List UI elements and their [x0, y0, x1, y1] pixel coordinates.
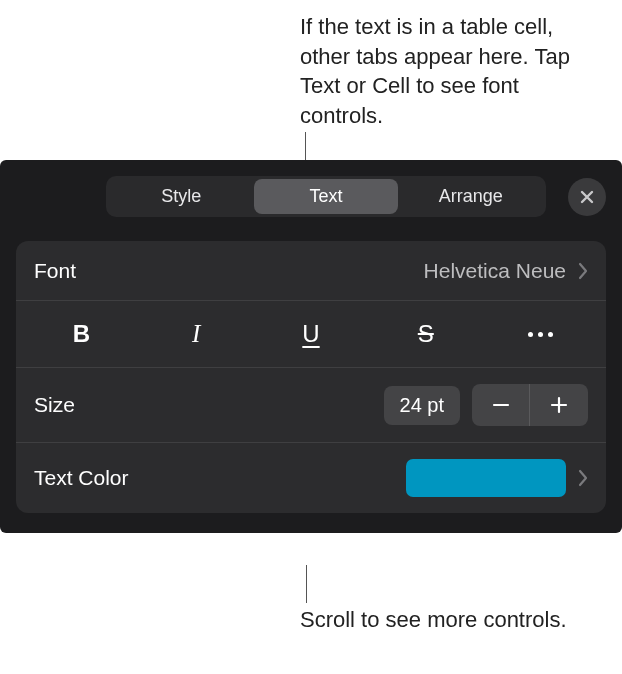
tab-arrange[interactable]: Arrange	[398, 179, 543, 214]
text-style-row: B I U S	[16, 301, 606, 368]
format-panel: Style Text Arrange Font Helvetica Neue B…	[0, 160, 622, 533]
underline-button[interactable]: U	[254, 311, 369, 357]
tab-text[interactable]: Text	[254, 179, 399, 214]
size-value[interactable]: 24 pt	[384, 386, 460, 425]
close-button[interactable]	[568, 178, 606, 216]
plus-icon	[549, 395, 569, 415]
controls-list: Font Helvetica Neue B I U S Size 24 pt	[16, 241, 606, 513]
bold-button[interactable]: B	[24, 311, 139, 357]
italic-button[interactable]: I	[139, 311, 254, 357]
tab-style[interactable]: Style	[109, 179, 254, 214]
size-label: Size	[34, 393, 75, 417]
callout-top: If the text is in a table cell, other ta…	[300, 12, 600, 131]
size-row: Size 24 pt	[16, 368, 606, 443]
callout-line	[306, 565, 307, 603]
strikethrough-button[interactable]: S	[368, 311, 483, 357]
size-increase-button[interactable]	[530, 384, 588, 426]
chevron-right-icon	[578, 469, 588, 487]
tabbar-row: Style Text Arrange	[0, 176, 622, 217]
text-color-swatch[interactable]	[406, 459, 566, 497]
underline-glyph: U	[302, 320, 319, 348]
callout-bottom: Scroll to see more controls.	[300, 605, 580, 635]
tabbar: Style Text Arrange	[106, 176, 546, 217]
strike-glyph: S	[418, 320, 434, 348]
size-stepper	[472, 384, 588, 426]
text-color-row[interactable]: Text Color	[16, 443, 606, 513]
font-row[interactable]: Font Helvetica Neue	[16, 241, 606, 301]
minus-icon	[491, 395, 511, 415]
font-value: Helvetica Neue	[424, 259, 566, 283]
more-styles-button[interactable]	[483, 311, 598, 357]
font-label: Font	[34, 259, 76, 283]
chevron-right-icon	[578, 262, 588, 280]
size-decrease-button[interactable]	[472, 384, 530, 426]
text-color-label: Text Color	[34, 466, 129, 490]
close-icon	[579, 189, 595, 205]
ellipsis-icon	[528, 332, 553, 337]
